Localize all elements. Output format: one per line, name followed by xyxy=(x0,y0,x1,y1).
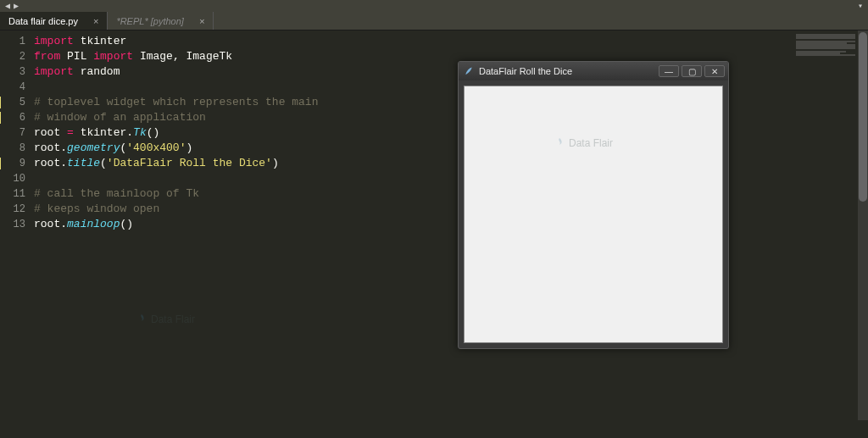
line-number: 13 xyxy=(0,217,25,232)
watermark: Data Flair xyxy=(554,137,811,149)
history-forward-icon[interactable]: ▶ xyxy=(14,1,19,11)
tab-bar: Data flair dice.py × *REPL* [python] × xyxy=(0,12,868,30)
history-back-icon[interactable]: ◀ xyxy=(5,1,10,11)
flame-icon xyxy=(554,137,565,149)
nav-arrows: ◀ ▶ xyxy=(5,1,19,11)
line-number: 9 xyxy=(0,156,25,171)
watermark-text: Data Flair xyxy=(569,137,613,149)
code-line[interactable]: root.title('DataFlair Roll the Dice') xyxy=(34,156,868,171)
code-line[interactable]: # toplevel widget which represents the m… xyxy=(34,95,868,110)
line-number: 6 xyxy=(0,110,25,125)
code-line[interactable]: # call the mainloop of Tk xyxy=(34,186,868,202)
line-number: 5 xyxy=(0,95,25,110)
line-number-gutter: 12345678910111213 xyxy=(0,30,34,438)
editor-pane: 12345678910111213 import tkinterfrom PIL… xyxy=(0,30,868,438)
tk-titlebar[interactable]: DataFlair Roll the Dice — ▢ ✕ xyxy=(459,62,728,80)
minimap[interactable] xyxy=(796,34,855,68)
code-area[interactable]: import tkinterfrom PIL import Image, Ima… xyxy=(34,30,868,438)
line-number: 8 xyxy=(0,141,25,156)
scrollbar-thumb[interactable] xyxy=(859,32,867,202)
close-button[interactable]: ✕ xyxy=(704,65,725,77)
close-icon[interactable]: × xyxy=(93,16,98,26)
line-number: 10 xyxy=(0,171,25,186)
watermark: Data Flair xyxy=(136,313,195,325)
code-line[interactable]: import tkinter xyxy=(34,34,868,49)
watermark-text: Data Flair xyxy=(151,313,195,325)
maximize-button[interactable]: ▢ xyxy=(682,65,702,77)
tab-repl[interactable]: *REPL* [python] × xyxy=(108,12,214,30)
tk-feather-icon xyxy=(464,66,474,76)
line-number: 1 xyxy=(0,34,25,49)
flame-icon xyxy=(136,313,147,325)
editor-top-bar: ◀ ▶ ▾ xyxy=(0,0,868,12)
tk-window-controls: — ▢ ✕ xyxy=(659,65,725,77)
line-number: 11 xyxy=(0,186,25,202)
code-line[interactable]: from PIL import Image, ImageTk xyxy=(34,49,868,64)
code-line[interactable] xyxy=(34,80,868,95)
tab-file-active[interactable]: Data flair dice.py × xyxy=(0,12,108,30)
code-line[interactable]: # keeps window open xyxy=(34,202,868,217)
tkinter-window[interactable]: DataFlair Roll the Dice — ▢ ✕ Data Flair xyxy=(458,61,729,349)
minimize-button[interactable]: — xyxy=(659,65,679,77)
tk-window-title: DataFlair Roll the Dice xyxy=(479,66,659,76)
menu-dropdown-icon[interactable]: ▾ xyxy=(858,1,863,11)
code-line[interactable]: import random xyxy=(34,64,868,80)
tab-label: *REPL* [python] xyxy=(116,16,184,26)
close-icon[interactable]: × xyxy=(199,16,204,26)
vertical-scrollbar[interactable] xyxy=(858,30,868,420)
tk-client-area: Data Flair xyxy=(464,86,723,343)
line-number: 3 xyxy=(0,64,25,80)
code-line[interactable] xyxy=(34,171,868,186)
code-line[interactable]: root.mainloop() xyxy=(34,217,868,232)
line-number: 2 xyxy=(0,49,25,64)
line-number: 7 xyxy=(0,125,25,141)
tab-label: Data flair dice.py xyxy=(8,16,78,26)
line-number: 4 xyxy=(0,80,25,95)
code-line[interactable]: # window of an application xyxy=(34,110,868,125)
line-number: 12 xyxy=(0,202,25,217)
